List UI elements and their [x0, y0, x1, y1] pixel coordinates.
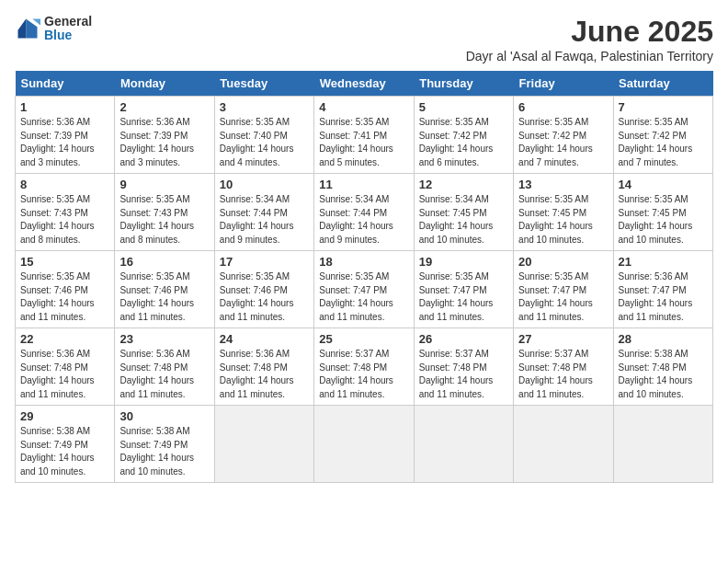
sunset-label: Sunset: 7:47 PM	[319, 285, 387, 295]
sunrise-label: Sunrise: 5:35 AM	[220, 117, 290, 127]
calendar-cell: 14 Sunrise: 5:35 AM Sunset: 7:45 PM Dayl…	[613, 174, 712, 251]
daylight-label: Daylight: 14 hours and 10 minutes.	[419, 221, 494, 245]
sunrise-label: Sunrise: 5:35 AM	[20, 271, 90, 282]
day-number: 23	[119, 332, 209, 346]
sunset-label: Sunset: 7:45 PM	[419, 208, 487, 218]
calendar-cell: 12 Sunrise: 5:34 AM Sunset: 7:45 PM Dayl…	[414, 174, 513, 251]
calendar-cell	[214, 406, 313, 483]
sunrise-label: Sunrise: 5:35 AM	[419, 117, 489, 127]
day-number: 8	[20, 178, 109, 191]
day-info: Sunrise: 5:36 AM Sunset: 7:39 PM Dayligh…	[20, 116, 109, 169]
calendar-cell: 25 Sunrise: 5:37 AM Sunset: 7:48 PM Dayl…	[314, 328, 414, 406]
calendar-cell: 21 Sunrise: 5:36 AM Sunset: 7:47 PM Dayl…	[613, 251, 712, 328]
sunset-label: Sunset: 7:41 PM	[319, 131, 387, 141]
calendar-week-4: 22 Sunrise: 5:36 AM Sunset: 7:48 PM Dayl…	[16, 328, 713, 406]
location-title: Dayr al 'Asal al Fawqa, Palestinian Terr…	[466, 49, 713, 63]
day-number: 24	[220, 332, 309, 346]
sunset-label: Sunset: 7:39 PM	[119, 131, 188, 141]
sunrise-label: Sunrise: 5:38 AM	[119, 426, 189, 436]
daylight-label: Daylight: 14 hours and 11 minutes.	[119, 298, 194, 322]
day-number: 18	[319, 255, 408, 269]
calendar-cell: 8 Sunrise: 5:35 AM Sunset: 7:43 PM Dayli…	[16, 174, 115, 251]
day-number: 11	[319, 178, 408, 191]
calendar-cell: 9 Sunrise: 5:35 AM Sunset: 7:43 PM Dayli…	[115, 174, 214, 251]
day-info: Sunrise: 5:35 AM Sunset: 7:45 PM Dayligh…	[619, 193, 708, 247]
day-info: Sunrise: 5:34 AM Sunset: 7:45 PM Dayligh…	[419, 193, 508, 247]
sunrise-label: Sunrise: 5:36 AM	[20, 349, 90, 359]
sunset-label: Sunset: 7:47 PM	[518, 285, 586, 295]
sunset-label: Sunset: 7:49 PM	[20, 440, 88, 450]
sunrise-label: Sunrise: 5:35 AM	[518, 271, 588, 282]
sunset-label: Sunset: 7:44 PM	[319, 208, 387, 218]
header-thursday: Thursday	[414, 71, 513, 97]
logo-blue: Blue	[44, 29, 92, 42]
daylight-label: Daylight: 14 hours and 11 minutes.	[220, 298, 294, 322]
sunrise-label: Sunrise: 5:35 AM	[319, 117, 389, 127]
sunrise-label: Sunrise: 5:37 AM	[518, 349, 588, 359]
logo-text: General Blue	[44, 15, 92, 43]
day-number: 15	[20, 255, 109, 269]
calendar-cell: 6 Sunrise: 5:35 AM Sunset: 7:42 PM Dayli…	[514, 97, 613, 174]
daylight-label: Daylight: 14 hours and 10 minutes.	[619, 221, 693, 245]
calendar-cell: 22 Sunrise: 5:36 AM Sunset: 7:48 PM Dayl…	[16, 328, 115, 406]
day-info: Sunrise: 5:36 AM Sunset: 7:47 PM Dayligh…	[619, 270, 708, 324]
sunrise-label: Sunrise: 5:35 AM	[419, 271, 489, 282]
day-info: Sunrise: 5:38 AM Sunset: 7:49 PM Dayligh…	[119, 425, 209, 478]
sunset-label: Sunset: 7:47 PM	[619, 285, 687, 295]
day-info: Sunrise: 5:37 AM Sunset: 7:48 PM Dayligh…	[319, 348, 408, 401]
day-number: 14	[619, 178, 708, 191]
calendar-table: Sunday Monday Tuesday Wednesday Thursday…	[15, 71, 713, 483]
calendar-week-1: 1 Sunrise: 5:36 AM Sunset: 7:39 PM Dayli…	[16, 97, 713, 174]
day-info: Sunrise: 5:35 AM Sunset: 7:47 PM Dayligh…	[419, 270, 508, 324]
calendar-cell	[314, 406, 414, 483]
daylight-label: Daylight: 14 hours and 3 minutes.	[119, 144, 194, 167]
day-info: Sunrise: 5:35 AM Sunset: 7:41 PM Dayligh…	[319, 116, 408, 169]
sunset-label: Sunset: 7:48 PM	[319, 362, 387, 373]
day-number: 16	[119, 255, 209, 269]
daylight-label: Daylight: 14 hours and 11 minutes.	[220, 375, 294, 399]
sunrise-label: Sunrise: 5:35 AM	[119, 194, 189, 204]
calendar-cell: 1 Sunrise: 5:36 AM Sunset: 7:39 PM Dayli…	[16, 97, 115, 174]
sunrise-label: Sunrise: 5:35 AM	[518, 117, 588, 127]
sunset-label: Sunset: 7:47 PM	[419, 285, 487, 295]
daylight-label: Daylight: 14 hours and 10 minutes.	[518, 221, 593, 245]
sunset-label: Sunset: 7:48 PM	[518, 362, 586, 373]
calendar-cell: 26 Sunrise: 5:37 AM Sunset: 7:48 PM Dayl…	[414, 328, 513, 406]
day-info: Sunrise: 5:35 AM Sunset: 7:42 PM Dayligh…	[419, 116, 508, 169]
day-number: 13	[518, 178, 608, 191]
sunrise-label: Sunrise: 5:34 AM	[419, 194, 489, 204]
calendar-week-3: 15 Sunrise: 5:35 AM Sunset: 7:46 PM Dayl…	[16, 251, 713, 328]
sunrise-label: Sunrise: 5:36 AM	[619, 271, 688, 282]
calendar-cell: 19 Sunrise: 5:35 AM Sunset: 7:47 PM Dayl…	[414, 251, 513, 328]
calendar-cell: 16 Sunrise: 5:35 AM Sunset: 7:46 PM Dayl…	[115, 251, 214, 328]
calendar-cell: 3 Sunrise: 5:35 AM Sunset: 7:40 PM Dayli…	[214, 97, 313, 174]
day-number: 7	[619, 100, 708, 114]
day-number: 30	[119, 409, 209, 423]
sunrise-label: Sunrise: 5:37 AM	[419, 349, 489, 359]
daylight-label: Daylight: 14 hours and 3 minutes.	[20, 144, 95, 167]
calendar-cell: 24 Sunrise: 5:36 AM Sunset: 7:48 PM Dayl…	[214, 328, 313, 406]
calendar-cell	[613, 406, 712, 483]
sunrise-label: Sunrise: 5:34 AM	[319, 194, 389, 204]
day-info: Sunrise: 5:35 AM Sunset: 7:46 PM Dayligh…	[119, 270, 209, 324]
daylight-label: Daylight: 14 hours and 11 minutes.	[619, 298, 693, 322]
day-number: 10	[220, 178, 309, 191]
daylight-label: Daylight: 14 hours and 4 minutes.	[220, 144, 294, 167]
header-sunday: Sunday	[16, 71, 115, 97]
calendar-cell: 17 Sunrise: 5:35 AM Sunset: 7:46 PM Dayl…	[214, 251, 313, 328]
day-number: 12	[419, 178, 508, 191]
daylight-label: Daylight: 14 hours and 7 minutes.	[518, 144, 593, 167]
sunset-label: Sunset: 7:49 PM	[119, 440, 188, 450]
day-info: Sunrise: 5:35 AM Sunset: 7:45 PM Dayligh…	[518, 193, 608, 247]
daylight-label: Daylight: 14 hours and 5 minutes.	[319, 144, 393, 167]
calendar-cell: 23 Sunrise: 5:36 AM Sunset: 7:48 PM Dayl…	[115, 328, 214, 406]
day-number: 1	[20, 100, 109, 114]
day-number: 20	[518, 255, 608, 269]
day-info: Sunrise: 5:36 AM Sunset: 7:39 PM Dayligh…	[119, 116, 209, 169]
calendar-cell	[514, 406, 613, 483]
day-number: 5	[419, 100, 508, 114]
daylight-label: Daylight: 14 hours and 10 minutes.	[619, 375, 693, 399]
day-info: Sunrise: 5:37 AM Sunset: 7:48 PM Dayligh…	[518, 348, 608, 401]
calendar-cell: 4 Sunrise: 5:35 AM Sunset: 7:41 PM Dayli…	[314, 97, 414, 174]
day-info: Sunrise: 5:37 AM Sunset: 7:48 PM Dayligh…	[419, 348, 508, 401]
